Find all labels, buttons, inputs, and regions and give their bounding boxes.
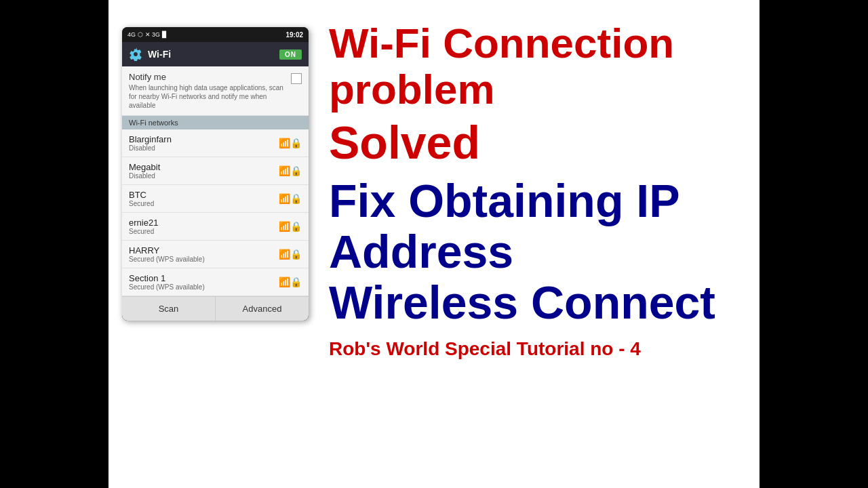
notify-desc: When launching high data usage applicati… — [129, 83, 291, 110]
network-item[interactable]: ernie21 Secured 📶🔒 — [122, 213, 309, 241]
network-info: BTC Secured — [129, 190, 154, 207]
subtitle-line1: Fix Obtaining IP — [329, 175, 680, 226]
network-status: Secured — [129, 228, 158, 235]
network-name: ernie21 — [129, 218, 158, 228]
network-name: HARRY — [129, 245, 205, 256]
network-info: HARRY Secured (WPS available) — [129, 245, 205, 263]
signal-4g: 4G — [127, 31, 136, 38]
network-item[interactable]: HARRY Secured (WPS available) 📶🔒 — [122, 241, 309, 268]
notify-checkbox[interactable] — [291, 73, 302, 84]
status-time: 19:02 — [285, 31, 303, 39]
network-item[interactable]: Section 1 Secured (WPS available) 📶🔒 — [122, 268, 309, 296]
network-info: Section 1 Secured (WPS available) — [129, 273, 205, 291]
wifi-signal-icon: 📶🔒 — [279, 249, 302, 260]
text-content: Wi-Fi Connection problem Solved Fix Obta… — [309, 20, 746, 360]
wifi-title-row: Wi-Fi — [129, 47, 171, 61]
network-status: Secured — [129, 200, 154, 207]
network-info: Blarginfarn Disabled — [129, 134, 172, 152]
wifi-toggle[interactable]: ON — [279, 49, 302, 60]
network-status: Secured (WPS available) — [129, 283, 205, 291]
wifi-signal-icon: 📶🔒 — [279, 138, 302, 148]
status-icons: ⬡ ✕ 3G ▉ — [138, 31, 167, 38]
subtitle-line3: Wireless Connect — [329, 277, 715, 328]
network-info: ernie21 Secured — [129, 218, 158, 235]
wifi-label: Wi-Fi — [148, 49, 171, 60]
wifi-signal-icon: 📶🔒 — [279, 221, 302, 232]
network-name: BTC — [129, 190, 154, 200]
black-bar-right — [760, 0, 868, 488]
black-bar-left — [0, 0, 108, 488]
main-title: Wi-Fi Connection problem — [329, 20, 739, 113]
subtitle-text: Fix Obtaining IP Address Wireless Connec… — [329, 176, 739, 327]
footer-text: Rob's World Special Tutorial no - 4 — [329, 338, 739, 360]
network-status: Secured (WPS available) — [129, 256, 205, 263]
page-container: 4G ⬡ ✕ 3G ▉ 19:02 Wi-Fi ON Notify me — [0, 0, 868, 488]
network-name: Megabit — [129, 162, 160, 172]
content-area: 4G ⬡ ✕ 3G ▉ 19:02 Wi-Fi ON Notify me — [108, 0, 760, 488]
wifi-signal-icon: 📶🔒 — [279, 165, 302, 176]
network-item[interactable]: BTC Secured 📶🔒 — [122, 185, 309, 213]
advanced-button[interactable]: Advanced — [216, 297, 309, 321]
network-item[interactable]: Blarginfarn Disabled 📶🔒 — [122, 129, 309, 157]
network-list: Blarginfarn Disabled 📶🔒 Megabit Disabled… — [122, 129, 309, 296]
notify-title: Notify me — [129, 72, 291, 82]
network-item[interactable]: Megabit Disabled 📶🔒 — [122, 157, 309, 185]
bottom-buttons: Scan Advanced — [122, 296, 309, 321]
scan-button[interactable]: Scan — [122, 297, 216, 321]
wifi-signal-icon: 📶🔒 — [279, 193, 302, 204]
notify-content: Notify me When launching high data usage… — [129, 72, 291, 110]
network-status: Disabled — [129, 144, 172, 152]
status-left: 4G ⬡ ✕ 3G ▉ — [127, 31, 167, 38]
phone-mockup: 4G ⬡ ✕ 3G ▉ 19:02 Wi-Fi ON Notify me — [122, 27, 309, 321]
notify-section: Notify me When launching high data usage… — [122, 66, 309, 116]
network-status: Disabled — [129, 172, 160, 180]
subtitle-line2: Address — [329, 226, 513, 277]
wifi-networks-header: Wi-Fi networks — [122, 116, 309, 129]
network-name: Section 1 — [129, 273, 205, 283]
network-info: Megabit Disabled — [129, 162, 160, 180]
network-name: Blarginfarn — [129, 134, 172, 144]
gear-icon — [129, 47, 142, 61]
wifi-signal-icon: 📶🔒 — [279, 277, 302, 287]
status-bar: 4G ⬡ ✕ 3G ▉ 19:02 — [122, 27, 309, 42]
wifi-header: Wi-Fi ON — [122, 42, 309, 66]
solved-text: Solved — [329, 116, 739, 169]
